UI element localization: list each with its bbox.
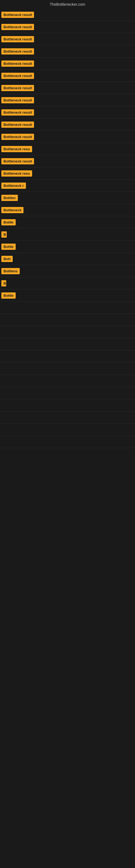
bottleneck-badge[interactable]: Bottleneck result: [1, 36, 34, 42]
table-row: [0, 424, 135, 436]
table-row: [0, 436, 135, 448]
table-row: Bottleneck result: [0, 82, 135, 94]
bottleneck-badge[interactable]: Bottle: [1, 292, 16, 299]
table-row: [0, 375, 135, 387]
bottleneck-badge[interactable]: Bottleneck resu: [1, 146, 32, 152]
table-row: Bottleneck: [0, 204, 135, 216]
bottleneck-badge[interactable]: Bottleneck result: [1, 24, 34, 30]
table-row: Bottleneck result: [0, 70, 135, 82]
table-row: Bott: [0, 253, 135, 265]
bottleneck-badge[interactable]: Bottleneck: [1, 207, 24, 213]
bottleneck-badge[interactable]: Bottleneck r: [1, 183, 26, 189]
table-row: Bottleneck result: [0, 9, 135, 21]
table-row: [0, 363, 135, 375]
rows-container: Bottleneck resultBottleneck resultBottle…: [0, 9, 135, 448]
table-row: Bottleneck result: [0, 119, 135, 131]
bottleneck-badge[interactable]: Bottleneck result: [1, 97, 34, 103]
bottleneck-badge[interactable]: Bottleneck result: [1, 158, 34, 164]
bottleneck-badge[interactable]: Bott: [1, 256, 13, 262]
bottleneck-badge[interactable]: Bottlen: [1, 195, 18, 201]
table-row: [0, 350, 135, 363]
table-row: B: [0, 277, 135, 289]
table-row: Bottlen: [0, 192, 135, 204]
table-row: Bottleneck result: [0, 21, 135, 33]
bottleneck-badge[interactable]: Bottleneck result: [1, 73, 34, 79]
table-row: Bottleneck result: [0, 33, 135, 45]
bottleneck-badge[interactable]: Bottleneck resu: [1, 170, 32, 177]
table-row: [0, 326, 135, 338]
bottleneck-badge[interactable]: B: [1, 280, 6, 286]
table-row: [0, 387, 135, 399]
table-row: Bottleneck result: [0, 94, 135, 106]
table-row: Bottle: [0, 289, 135, 302]
bottleneck-badge[interactable]: Bottleneck result: [1, 12, 34, 18]
bottleneck-badge[interactable]: B: [1, 231, 7, 238]
bottleneck-badge[interactable]: Bottleneck result: [1, 61, 34, 67]
table-row: Bottleneck resu: [0, 167, 135, 180]
bottleneck-badge[interactable]: Bottleneck result: [1, 122, 34, 128]
table-row: Bottlens: [0, 265, 135, 277]
table-row: [0, 302, 135, 314]
table-row: [0, 411, 135, 424]
table-row: Bottleneck result: [0, 45, 135, 58]
bottleneck-badge[interactable]: Bottleneck result: [1, 85, 34, 91]
table-row: [0, 338, 135, 350]
table-row: Bottle: [0, 216, 135, 228]
table-row: Bottle: [0, 241, 135, 253]
bottleneck-badge[interactable]: Bottle: [1, 244, 16, 250]
table-row: Bottleneck result: [0, 58, 135, 70]
site-header: TheBottlenecker.com: [0, 0, 135, 9]
table-row: B: [0, 228, 135, 241]
table-row: Bottleneck result: [0, 155, 135, 167]
table-row: Bottleneck result: [0, 131, 135, 143]
bottleneck-badge[interactable]: Bottle: [1, 219, 16, 225]
bottleneck-badge[interactable]: Bottleneck result: [1, 134, 34, 140]
site-title: TheBottlenecker.com: [0, 0, 135, 9]
table-row: [0, 314, 135, 326]
table-row: Bottleneck result: [0, 106, 135, 119]
table-row: Bottleneck r: [0, 180, 135, 192]
bottleneck-badge[interactable]: Bottleneck result: [1, 109, 34, 116]
bottleneck-badge[interactable]: Bottlens: [1, 268, 20, 274]
table-row: Bottleneck resu: [0, 143, 135, 155]
table-row: [0, 399, 135, 411]
bottleneck-badge[interactable]: Bottleneck result: [1, 48, 34, 55]
